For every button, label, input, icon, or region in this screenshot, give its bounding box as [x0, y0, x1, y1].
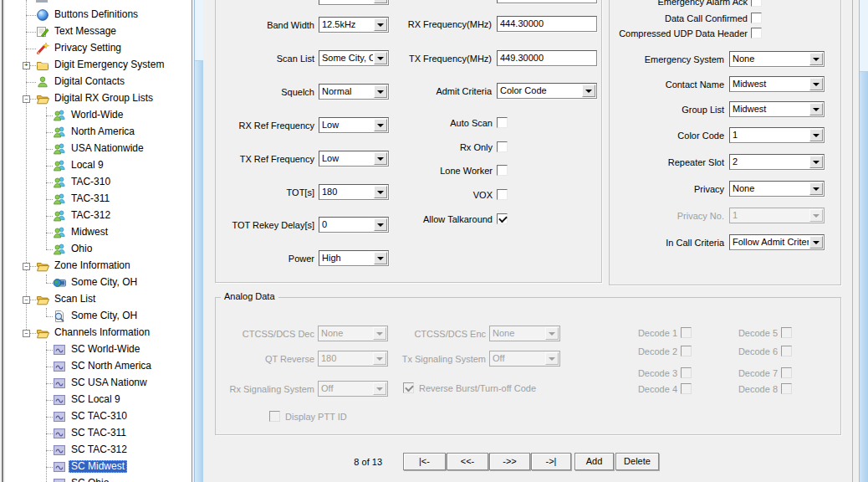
- tree-item-sc-tac-311[interactable]: SC TAC-311: [5, 425, 191, 442]
- people-icon: [53, 209, 66, 223]
- analog-group-title: Analog Data: [221, 290, 278, 302]
- channel-icon: [53, 477, 66, 482]
- tree-item-some-city-oh[interactable]: Some City, OH: [5, 308, 191, 325]
- arrow-glyph: [376, 387, 383, 391]
- cps-window: Buttons DefinitionsText MessagePrivacy S…: [0, 0, 868, 482]
- privacy-icon: [36, 42, 49, 55]
- vox-checkbox[interactable]: [497, 189, 508, 200]
- display-ptt-id-checkbox: [269, 411, 280, 422]
- power-combo[interactable]: High: [319, 250, 389, 266]
- tree-item-scan-list[interactable]: –Scan List: [5, 291, 191, 308]
- delete-button[interactable]: Delete: [615, 453, 659, 470]
- reverse-burst-turn-off-code-checkbox: [403, 382, 414, 393]
- tree-item-sc-tac-312[interactable]: SC TAC-312: [5, 442, 191, 459]
- allow-talkaround-checkbox[interactable]: [497, 213, 508, 224]
- main-area-right-border: [852, 0, 853, 482]
- arrow-glyph: [813, 187, 819, 191]
- color-code-combo[interactable]: 1: [729, 127, 825, 143]
- dropdown-arrow-icon[interactable]: [809, 78, 823, 90]
- field-label: Data Call Confirmed: [580, 13, 748, 24]
- decode-6-checkbox: [781, 346, 792, 356]
- arrow-glyph: [377, 257, 384, 260]
- tree-panel: Buttons DefinitionsText MessagePrivacy S…: [5, 0, 192, 482]
- in-call-criteria-combo[interactable]: Follow Admit Criteria: [729, 234, 825, 250]
- add-button[interactable]: Add: [574, 453, 614, 470]
- tree-item-some-city-oh[interactable]: Some City, OH: [5, 274, 191, 291]
- field-label: TOT Rekey Delay[s]: [147, 219, 314, 231]
- emergency-system-combo[interactable]: None: [729, 51, 825, 67]
- main-scrollbar[interactable]: [859, 0, 868, 482]
- group-list-combo[interactable]: Midwest: [729, 101, 825, 117]
- folder-closed-icon: [36, 59, 49, 72]
- tree-expander-toggle[interactable]: –: [23, 95, 30, 103]
- auto-scan-checkbox[interactable]: [497, 117, 508, 128]
- dropdown-arrow-icon[interactable]: [809, 129, 823, 141]
- dropdown-arrow-icon[interactable]: [809, 236, 823, 249]
- decode-8-checkbox: [781, 383, 792, 394]
- privacy-combo[interactable]: None: [729, 181, 825, 197]
- rx-only-checkbox[interactable]: [497, 141, 508, 152]
- tree-item-sc-ohio[interactable]: SC Ohio: [5, 475, 191, 482]
- dropdown-arrow-icon[interactable]: [374, 252, 387, 264]
- field-label: CTCSS/DCS Enc: [319, 328, 486, 340]
- folder-open-icon: [36, 259, 49, 273]
- combo-value: None: [733, 182, 809, 195]
- field-label: Contact Name: [557, 79, 724, 90]
- tree-item-label: SC Ohio: [69, 477, 111, 482]
- tree-scrollbar[interactable]: [194, 0, 203, 482]
- combo-value: Low: [322, 152, 373, 165]
- contact-name-combo[interactable]: Midwest: [729, 76, 825, 92]
- decode-5-checkbox: [781, 327, 792, 338]
- dropdown-arrow-icon[interactable]: [809, 103, 823, 115]
- field-label: Squelch: [147, 86, 314, 98]
- prev-page-button[interactable]: <<-: [447, 453, 488, 470]
- tree-expander-toggle[interactable]: –: [23, 330, 30, 337]
- field-label: Admit Criteria: [324, 85, 492, 97]
- field-label: Rx Signaling System: [147, 383, 314, 395]
- field-label: Band Width: [147, 19, 314, 31]
- record-position: 8 of 13: [334, 457, 382, 468]
- cutoff-top-combo[interactable]: [319, 0, 389, 5]
- repeater-slot-combo[interactable]: 2: [729, 154, 825, 170]
- tree-item-sc-tac-310[interactable]: SC TAC-310: [5, 408, 191, 425]
- field-label: Display PTT ID: [285, 411, 452, 423]
- cutoff-top-combo-value: [322, 0, 373, 3]
- combo-value: High: [322, 252, 373, 264]
- tree-item-sc-midwest[interactable]: SC Midwest: [5, 459, 191, 475]
- field-label: Privacy No.: [557, 210, 724, 222]
- tree-item-label: USA Nationwide: [69, 142, 146, 155]
- dropdown-arrow-icon[interactable]: [374, 152, 387, 165]
- arrow-glyph: [813, 241, 819, 244]
- person-icon: [36, 75, 49, 89]
- tree-expander-toggle[interactable]: +: [23, 62, 30, 69]
- data-call-confirmed-checkbox[interactable]: [751, 13, 762, 23]
- dropdown-arrow-icon[interactable]: [809, 156, 823, 168]
- tree-item-label: Digital Contacts: [52, 75, 127, 88]
- tree-expander-toggle[interactable]: –: [23, 296, 30, 304]
- arrow-glyph: [377, 157, 384, 161]
- tree-item-label: Some City, OH: [69, 276, 140, 289]
- compressed-udp-data-header-checkbox[interactable]: [751, 28, 762, 38]
- tree-item-label: Channels Information: [52, 326, 152, 339]
- checkmark-icon: [498, 214, 508, 223]
- dropdown-arrow-icon[interactable]: [809, 53, 823, 65]
- sphere-icon: [36, 8, 49, 22]
- first-record-button[interactable]: |<-: [403, 453, 446, 470]
- main-scrollbar-thumb[interactable]: [860, 0, 868, 72]
- next-page-button[interactable]: ->>: [489, 453, 530, 470]
- combo-value: 1: [733, 129, 809, 141]
- dropdown-arrow-icon[interactable]: [809, 182, 823, 195]
- channel-icon: [53, 410, 66, 423]
- combo-value: Off: [321, 382, 372, 395]
- dropdown-arrow-icon[interactable]: [374, 0, 387, 3]
- arrow-glyph: [813, 108, 819, 111]
- field-label: Compressed UDP Data Header: [580, 28, 748, 39]
- last-record-button[interactable]: ->|: [531, 453, 571, 470]
- emergency-alarm-ack-checkbox[interactable]: [751, 0, 762, 7]
- tree-expander-toggle[interactable]: –: [23, 263, 30, 270]
- scan-icon: [53, 310, 66, 323]
- field-label: QT Reverse: [147, 353, 314, 365]
- tree-item-label: Some City, OH: [69, 310, 140, 322]
- field-label: VOX: [325, 189, 493, 201]
- lone-worker-checkbox[interactable]: [497, 165, 508, 176]
